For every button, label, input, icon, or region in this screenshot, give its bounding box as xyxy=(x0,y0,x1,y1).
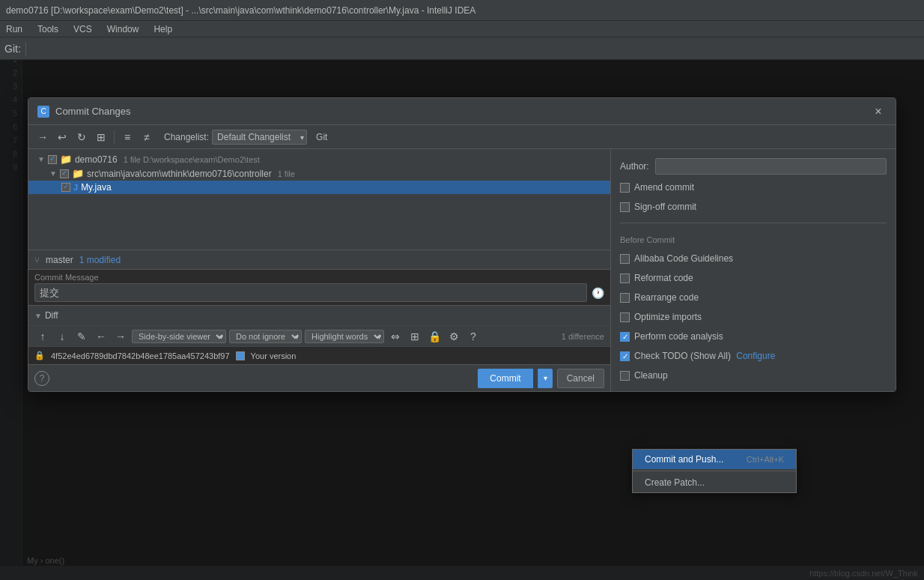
cancel-button[interactable]: Cancel xyxy=(557,369,604,388)
tree-checkbox-file[interactable] xyxy=(61,183,70,192)
tree-checkbox-folder[interactable] xyxy=(60,169,69,178)
analysis-label[interactable]: Perform code analysis xyxy=(634,331,723,342)
diff-count: 1 difference xyxy=(562,332,604,341)
diff-edit-button[interactable]: ✎ xyxy=(73,328,90,345)
version-checkbox[interactable] xyxy=(236,351,245,360)
diff-grid-button[interactable]: ⊞ xyxy=(407,328,423,345)
diff-side-by-side-button[interactable]: ⇔ xyxy=(387,328,404,345)
menu-run[interactable]: Run xyxy=(3,22,25,36)
file-tree: ▼ 📁 demo0716 1 file D:\workspace\exam\De… xyxy=(28,149,610,250)
refresh-button[interactable]: ↻ xyxy=(73,129,90,145)
alibaba-label[interactable]: Alibaba Code Guidelines xyxy=(634,253,733,264)
commit-and-push-item[interactable]: Commit and Push... Ctrl+Alt+K xyxy=(633,450,796,469)
git-section-label: Git xyxy=(316,132,327,142)
rearrange-checkbox[interactable] xyxy=(620,293,630,303)
signoff-commit-row: Sign-off commit xyxy=(620,200,887,214)
reformat-checkbox[interactable] xyxy=(620,274,630,283)
todo-row: ✓ Check TODO (Show All) Configure xyxy=(620,349,887,363)
todo-checkbox[interactable]: ✓ xyxy=(620,351,630,361)
commit-dialog: C Commit Changes × → ↩ ↻ ⊞ ≡ ≠ Changelis… xyxy=(28,97,896,392)
diff-highlight-select[interactable]: Highlight words xyxy=(305,330,384,343)
commit-icon: C xyxy=(37,106,49,118)
amend-commit-label[interactable]: Amend commit xyxy=(634,182,694,193)
bottom-row: ? Commit ▾ Cancel xyxy=(28,364,610,391)
create-patch-item[interactable]: Create Patch... xyxy=(633,473,796,492)
diff-viewer-select[interactable]: Side-by-side viewer xyxy=(132,330,226,343)
diff-forward-button[interactable]: → xyxy=(112,328,129,345)
cleanup-checkbox[interactable] xyxy=(620,371,630,381)
toolbar-separator xyxy=(25,42,26,55)
cleanup-row: Cleanup xyxy=(620,369,887,382)
reformat-label[interactable]: Reformat code xyxy=(634,273,693,283)
tree-folder-detail: 1 file xyxy=(278,169,295,178)
toolbar-sep-1 xyxy=(114,130,115,144)
tree-folder-name: src\main\java\com\wthink\demo0716\contro… xyxy=(87,169,272,179)
clock-icon[interactable]: 🕐 xyxy=(592,287,604,299)
diff-back-button[interactable]: ← xyxy=(93,328,109,345)
signoff-commit-checkbox[interactable] xyxy=(620,202,630,212)
changelist-select[interactable]: Default Changelist xyxy=(212,130,307,145)
diff-help-button[interactable]: ? xyxy=(465,328,481,345)
dialog-help-button[interactable]: ? xyxy=(34,371,49,386)
folder-icon-2: 📁 xyxy=(72,168,84,179)
commit-input-row: 🕐 xyxy=(28,283,610,305)
diff-lock-button[interactable]: 🔒 xyxy=(426,328,443,345)
configure-link[interactable]: Configure xyxy=(736,351,775,361)
menu-window[interactable]: Window xyxy=(104,22,142,36)
optimize-row: Optimize imports xyxy=(620,310,887,324)
create-patch-label: Create Patch... xyxy=(645,477,705,488)
author-row: Author: xyxy=(620,158,887,175)
optimize-label[interactable]: Optimize imports xyxy=(634,312,702,322)
collapse-triangle-icon: ▼ xyxy=(37,155,45,163)
changelist-label: Changelist: xyxy=(164,132,209,142)
tree-checkbox-root[interactable] xyxy=(48,155,57,164)
author-label: Author: xyxy=(620,161,649,172)
menu-vcs[interactable]: VCS xyxy=(70,22,95,36)
tree-item-folder[interactable]: ▼ 📁 src\main\java\com\wthink\demo0716\co… xyxy=(28,166,610,181)
tree-item-root[interactable]: ▼ 📁 demo0716 1 file D:\workspace\exam\De… xyxy=(28,152,610,166)
commit-dropdown-menu: Commit and Push... Ctrl+Alt+K Create Pat… xyxy=(632,449,797,493)
todo-label: Check TODO (Show All) Configure xyxy=(634,351,775,361)
modified-count: 1 modified xyxy=(79,255,121,265)
alibaba-checkbox[interactable] xyxy=(620,254,630,264)
sort-button[interactable]: ≡ xyxy=(119,129,136,145)
menu-bar: Run Tools VCS Window Help xyxy=(0,21,924,37)
rearrange-row: Rearrange code xyxy=(620,291,887,304)
file-hash: 4f52e4ed6789dbd7842b48ee1785aa457243bf97 xyxy=(51,351,230,360)
group-button[interactable]: ⊞ xyxy=(93,129,109,145)
cleanup-label[interactable]: Cleanup xyxy=(634,370,668,381)
rearrange-label[interactable]: Rearrange code xyxy=(634,292,699,303)
git-icon[interactable]: Git: xyxy=(4,40,21,57)
changelist-select-wrapper[interactable]: Default Changelist ▾ xyxy=(212,130,307,145)
status-bar: ⑂ master 1 modified xyxy=(28,250,610,269)
signoff-commit-label[interactable]: Sign-off commit xyxy=(634,202,696,212)
analysis-row: ✓ Perform code analysis xyxy=(620,330,887,343)
analysis-checkbox[interactable]: ✓ xyxy=(620,332,630,342)
diff-header[interactable]: ▼ Diff xyxy=(28,306,610,325)
tree-item-file[interactable]: J My.java xyxy=(28,181,610,194)
move-changes-button[interactable]: → xyxy=(34,129,51,145)
dialog-close-button[interactable]: × xyxy=(870,103,887,120)
branch-name: master xyxy=(46,255,73,265)
author-input[interactable] xyxy=(655,158,887,175)
diff-ignore-select[interactable]: Do not ignore xyxy=(229,330,302,343)
diff-nav-prev-button[interactable]: ↑ xyxy=(34,328,51,345)
optimize-checkbox[interactable] xyxy=(620,312,630,322)
branch-icon: ⑂ xyxy=(34,256,40,265)
ide-toolbar: Git: xyxy=(0,37,924,60)
dialog-title: Commit Changes xyxy=(55,106,130,117)
diff-nav-next-button[interactable]: ↓ xyxy=(54,328,70,345)
amend-commit-row: Amend commit xyxy=(620,181,887,194)
commit-dropdown-button[interactable]: ▾ xyxy=(538,369,553,388)
reformat-row: Reformat code xyxy=(620,271,887,285)
undo-button[interactable]: ↩ xyxy=(54,129,70,145)
commit-message-input[interactable] xyxy=(34,283,587,302)
menu-help[interactable]: Help xyxy=(151,22,175,36)
commit-button[interactable]: Commit xyxy=(478,369,532,388)
amend-commit-checkbox[interactable] xyxy=(620,183,630,193)
diff-section: ▼ Diff ↑ ↓ ✎ ← → Side-by-side viewer xyxy=(28,305,610,364)
filter-button[interactable]: ≠ xyxy=(139,129,155,145)
menu-tools[interactable]: Tools xyxy=(34,22,61,36)
diff-toolbar: ↑ ↓ ✎ ← → Side-by-side viewer ▾ xyxy=(28,325,610,346)
diff-settings-button[interactable]: ⚙ xyxy=(446,328,462,345)
